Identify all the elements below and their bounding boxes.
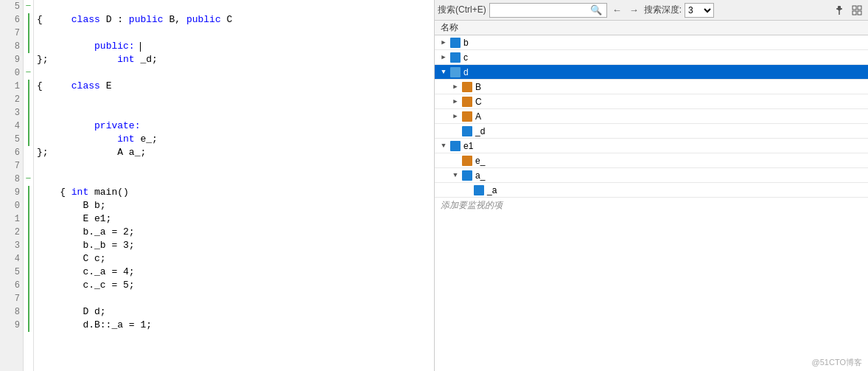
tree-row[interactable]: e1 [435, 139, 868, 153]
collapse-btn-2[interactable]: − [24, 66, 33, 80]
expand-btn[interactable] [438, 35, 449, 50]
expand-btn[interactable] [449, 168, 461, 183]
pin-icon-btn[interactable] [831, 2, 847, 18]
code-gutter: − − − [24, 0, 34, 371]
svg-rect-1 [836, 8, 842, 10]
tree-row[interactable]: c [435, 50, 868, 65]
item-name: _d [475, 126, 485, 136]
tree-row[interactable]: A [435, 109, 868, 124]
code-line: d.B::_a = 1; [34, 319, 434, 332]
tree-row[interactable]: _d [435, 124, 868, 139]
svg-rect-4 [858, 6, 861, 10]
blue-cube-icon [450, 141, 461, 151]
expand-btn [461, 183, 473, 198]
toolbar-icons [831, 2, 865, 18]
item-name: d [463, 67, 469, 77]
orange-key-icon [462, 156, 472, 166]
code-line: int main() [34, 173, 434, 186]
orange-key-icon [462, 82, 472, 92]
item-name: a_ [475, 170, 485, 181]
tree-row[interactable]: B [435, 80, 868, 94]
expand-btn[interactable] [449, 80, 461, 94]
code-line [34, 292, 434, 305]
orange-key-icon [462, 97, 472, 107]
item-name: e_ [475, 156, 485, 166]
tree-row[interactable]: _a [435, 183, 868, 198]
code-editor[interactable]: class D : public B, public C { public: i… [34, 0, 434, 371]
column-header: 名称 [435, 21, 868, 35]
code-line: D d; [34, 305, 434, 319]
tree-row[interactable]: b [435, 35, 868, 50]
svg-rect-5 [853, 11, 856, 15]
code-line: C c; [34, 252, 434, 266]
code-line: public: [34, 27, 434, 40]
code-line: E e1; [34, 212, 434, 226]
item-icon [461, 125, 473, 137]
code-line: c._a = 4; [34, 266, 434, 279]
blue-cube-icon [450, 38, 461, 48]
depth-select[interactable]: 1 2 3 4 5 [685, 3, 714, 18]
expand-btn[interactable] [438, 139, 449, 153]
item-icon [461, 96, 473, 108]
expand-btn[interactable] [449, 94, 461, 109]
collapse-btn-3[interactable]: − [24, 173, 33, 186]
orange-key-icon [462, 111, 472, 122]
line-numbers: 5 6 7 8 9 0 1 2 3 4 5 6 7 8 9 0 1 2 3 4 … [0, 0, 24, 371]
item-icon [449, 37, 461, 49]
watch-panel: 搜索(Ctrl+E) 🔍 ← → 搜索深度: 1 2 3 4 5 [435, 0, 868, 371]
code-line: B b; [34, 199, 434, 212]
item-name: A [475, 111, 481, 122]
code-line: b._a = 2; [34, 226, 434, 239]
search-input-wrapper: 🔍 [489, 3, 607, 18]
item-name: e1 [463, 141, 473, 151]
item-icon [473, 184, 485, 196]
expand-btn [449, 124, 461, 139]
watch-tree-list[interactable]: b c d B [435, 35, 868, 371]
item-icon [461, 170, 473, 181]
code-line: class E [34, 66, 434, 80]
tree-row[interactable]: e_ [435, 153, 868, 168]
collapse-btn[interactable]: − [24, 0, 33, 13]
blue-cube-icon [462, 170, 472, 181]
svg-rect-6 [858, 11, 861, 15]
grid-icon-btn[interactable] [849, 2, 865, 18]
item-icon [461, 111, 473, 122]
item-name: _a [487, 185, 497, 195]
search-icon-btn[interactable]: 🔍 [589, 4, 603, 15]
code-line: private: [34, 106, 434, 119]
search-label: 搜索(Ctrl+E) [438, 4, 486, 16]
blue-cube-icon [450, 67, 461, 77]
search-input[interactable] [493, 5, 589, 15]
item-icon [449, 52, 461, 63]
code-line [34, 159, 434, 173]
code-line: c._c = 5; [34, 279, 434, 292]
expand-btn[interactable] [438, 50, 449, 65]
item-name: C [475, 97, 482, 107]
depth-label: 搜索深度: [644, 4, 682, 16]
item-icon [461, 81, 473, 93]
item-name: c [463, 52, 468, 63]
blue-cube-icon [474, 185, 484, 195]
tree-row-selected[interactable]: d [435, 65, 868, 80]
code-line: b._b = 3; [34, 239, 434, 252]
col-header-name: 名称 [441, 21, 458, 34]
watermark: @51CTO博客 [812, 357, 862, 368]
svg-rect-3 [853, 6, 856, 10]
tree-row[interactable]: C [435, 94, 868, 109]
item-icon [449, 66, 461, 78]
nav-back-btn[interactable]: ← [610, 4, 624, 15]
search-bar: 搜索(Ctrl+E) 🔍 ← → 搜索深度: 1 2 3 4 5 [435, 0, 868, 21]
blue-cube-icon [450, 52, 461, 63]
grid-icon [852, 5, 862, 15]
tree-row[interactable]: a_ [435, 168, 868, 183]
item-icon [461, 155, 473, 167]
code-line [34, 93, 434, 106]
code-line: class D : public B, public C [34, 0, 434, 13]
pin-icon [834, 5, 844, 15]
add-watch-label[interactable]: 添加要监视的项 [435, 198, 868, 212]
expand-btn[interactable] [438, 65, 449, 80]
expand-btn[interactable] [449, 109, 461, 124]
nav-forward-btn[interactable]: → [627, 4, 641, 15]
code-panel: 5 6 7 8 9 0 1 2 3 4 5 6 7 8 9 0 1 2 3 4 … [0, 0, 435, 371]
item-name: B [475, 82, 481, 92]
